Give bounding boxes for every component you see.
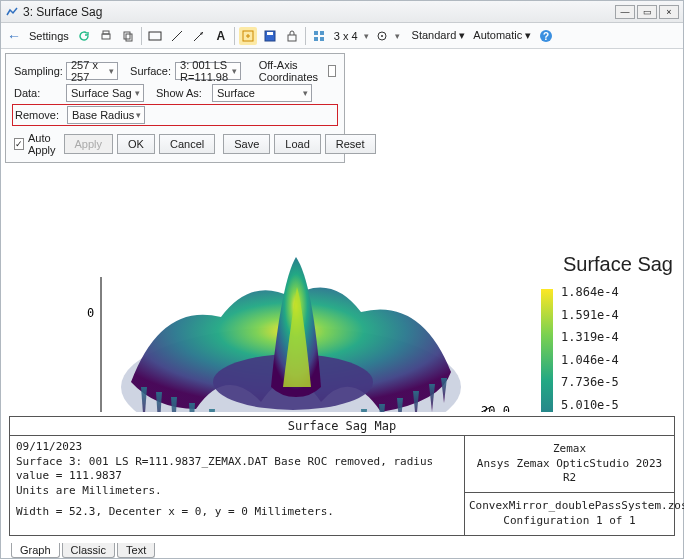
refresh-icon[interactable] <box>75 27 93 45</box>
showas-dropdown[interactable]: Surface <box>212 84 312 102</box>
text-tool-icon[interactable]: A <box>212 27 230 45</box>
line-tool-icon[interactable] <box>168 27 186 45</box>
data-dropdown[interactable]: Surface Sag <box>66 84 144 102</box>
tab-classic[interactable]: Classic <box>62 543 115 558</box>
svg-text:?: ? <box>543 31 549 42</box>
svg-rect-11 <box>267 32 273 35</box>
surface-plot[interactable]: -20.0 0 20.0 -20.0 0 20.0 0 X-Millimeter… <box>21 187 541 412</box>
surface-label: Surface: <box>130 65 171 77</box>
svg-rect-1 <box>103 31 109 34</box>
window-title: 3: Surface Sag <box>23 5 613 19</box>
autoapply-checkbox[interactable]: ✓ <box>14 138 24 150</box>
colorbar-ticks: 1.864e-4 1.591e-4 1.319e-4 1.046e-4 7.73… <box>561 285 669 412</box>
back-button[interactable]: ← <box>5 27 23 45</box>
lock-icon[interactable] <box>283 27 301 45</box>
tab-text[interactable]: Text <box>117 543 155 558</box>
window-icon <box>5 5 19 19</box>
apply-button[interactable]: Apply <box>64 134 114 154</box>
svg-rect-16 <box>320 37 324 41</box>
svg-rect-15 <box>314 37 318 41</box>
save-button[interactable]: Save <box>223 134 270 154</box>
sampling-dropdown[interactable]: 257 x 257 <box>66 62 118 80</box>
svg-line-5 <box>172 31 182 41</box>
svg-rect-4 <box>149 32 161 40</box>
svg-rect-13 <box>314 31 318 35</box>
svg-text:20.0: 20.0 <box>481 404 510 412</box>
scale-mode-dropdown[interactable]: Automatic ▾ <box>471 29 533 42</box>
info-title: Surface Sag Map <box>10 417 674 436</box>
info-left: 09/11/2023 Surface 3: 001 LS R=111.9837_… <box>10 436 464 535</box>
help-icon[interactable]: ? <box>537 27 555 45</box>
svg-rect-14 <box>320 31 324 35</box>
offaxis-checkbox[interactable] <box>328 65 336 77</box>
settings-panel: Sampling: 257 x 257 Surface: 3: 001 LS R… <box>5 53 345 163</box>
print-icon[interactable] <box>97 27 115 45</box>
tab-graph[interactable]: Graph <box>11 543 60 558</box>
zoom-fit-icon[interactable] <box>239 27 257 45</box>
settings-menu[interactable]: Settings <box>27 30 71 42</box>
svg-text:0: 0 <box>87 306 94 320</box>
svg-rect-0 <box>102 34 110 39</box>
copy-icon[interactable] <box>119 27 137 45</box>
grid-icon[interactable] <box>310 27 328 45</box>
remove-dropdown[interactable]: Base Radius <box>67 106 145 124</box>
data-label: Data: <box>14 87 62 99</box>
disk-icon[interactable] <box>261 27 279 45</box>
cancel-button[interactable]: Cancel <box>159 134 215 154</box>
autoapply-label: Auto Apply <box>28 132 56 156</box>
svg-rect-3 <box>126 34 132 41</box>
close-button[interactable]: × <box>659 5 679 19</box>
chart-title: Surface Sag <box>563 253 673 276</box>
offaxis-label: Off-Axis Coordinates <box>259 59 322 83</box>
info-right-bot: ConvexMirror_doublePassSystem.zos Config… <box>465 493 674 535</box>
rect-tool-icon[interactable] <box>146 27 164 45</box>
info-right-top: Zemax Ansys Zemax OpticStudio 2023 R2 <box>465 436 674 494</box>
svg-point-18 <box>381 35 383 37</box>
info-panel: Surface Sag Map 09/11/2023 Surface 3: 00… <box>9 416 675 536</box>
ok-button[interactable]: OK <box>117 134 155 154</box>
grid-size-dropdown[interactable]: 3 x 4 <box>332 30 360 42</box>
surface-dropdown[interactable]: 3: 001 LS R=111.98 <box>175 62 241 80</box>
arrow-tool-icon[interactable] <box>190 27 208 45</box>
target-icon[interactable] <box>373 27 391 45</box>
sampling-label: Sampling: <box>14 65 62 77</box>
load-button[interactable]: Load <box>274 134 320 154</box>
maximize-button[interactable]: ▭ <box>637 5 657 19</box>
minimize-button[interactable]: — <box>615 5 635 19</box>
remove-label: Remove: <box>15 109 63 121</box>
svg-rect-12 <box>288 35 296 41</box>
render-mode-dropdown[interactable]: Standard ▾ <box>410 29 468 42</box>
showas-label: Show As: <box>156 87 208 99</box>
svg-rect-2 <box>124 32 130 39</box>
reset-button[interactable]: Reset <box>325 134 376 154</box>
colorbar <box>541 289 553 412</box>
